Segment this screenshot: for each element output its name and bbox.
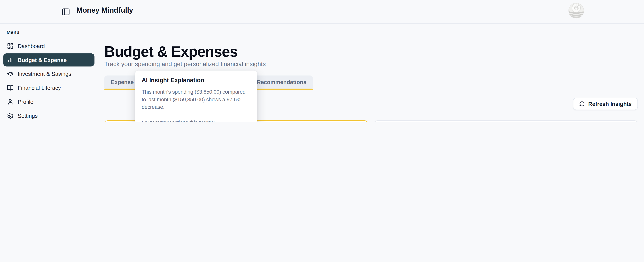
- sidebar-item-financial-literacy[interactable]: Financial Literacy: [3, 81, 94, 94]
- sidebar-item-investment-savings[interactable]: Investment & Savings: [3, 67, 94, 80]
- tooltip-body: This month's spending ($3,850.00) compar…: [142, 88, 251, 111]
- page-subtitle: Track your spending and get personalized…: [104, 60, 266, 67]
- sidebar-menu-label: Menu: [6, 29, 91, 35]
- page-title: Budget & Expenses: [104, 43, 238, 60]
- sidebar-item-budget-expense[interactable]: Budget & Expense: [3, 53, 94, 67]
- refresh-icon: [579, 101, 585, 107]
- top-bar: Money Mindfully: [0, 0, 644, 24]
- sidebar-item-label: Financial Literacy: [18, 85, 61, 91]
- book-open-icon: [7, 84, 14, 91]
- sidebar-toggle-button[interactable]: [61, 7, 70, 16]
- sidebar-item-profile[interactable]: Profile: [3, 95, 94, 108]
- app-title: Money Mindfully: [76, 6, 133, 15]
- user-avatar[interactable]: [568, 3, 584, 18]
- sidebar-item-label: Settings: [18, 113, 38, 119]
- gear-icon: [7, 112, 14, 119]
- sidebar-item-label: Profile: [18, 99, 33, 105]
- app-root: Money Mindfully Menu: [0, 0, 644, 122]
- sidebar-nav: Dashboard Budget & Expense Investme: [0, 39, 98, 122]
- tooltip-title: AI Insight Explanation: [142, 77, 251, 83]
- avatar-image: [568, 3, 584, 18]
- sidebar-item-label: Dashboard: [18, 43, 45, 49]
- piggy-bank-icon: [7, 71, 14, 77]
- refresh-insights-label: Refresh Insights: [588, 101, 632, 107]
- tooltip-list-intro: Largest transactions this month:: [142, 119, 251, 122]
- ai-insight-tooltip: AI Insight Explanation This month's spen…: [135, 71, 257, 122]
- refresh-insights-button[interactable]: Refresh Insights: [573, 98, 638, 110]
- sidebar-item-label: Budget & Expense: [18, 57, 67, 63]
- user-icon: [7, 98, 14, 105]
- panel-left-icon: [61, 7, 70, 16]
- sidebar-item-label: Investment & Savings: [18, 71, 71, 77]
- dashboard-icon: [7, 43, 14, 49]
- category-breakdown-card: Category Breakdown Your highest spending…: [374, 120, 638, 122]
- sidebar-item-dashboard[interactable]: Dashboard: [3, 39, 94, 53]
- bar-chart-icon: [7, 57, 14, 63]
- sidebar: Menu Dashboard Budget & Expense: [0, 24, 98, 122]
- sidebar-item-settings[interactable]: Settings: [3, 109, 94, 122]
